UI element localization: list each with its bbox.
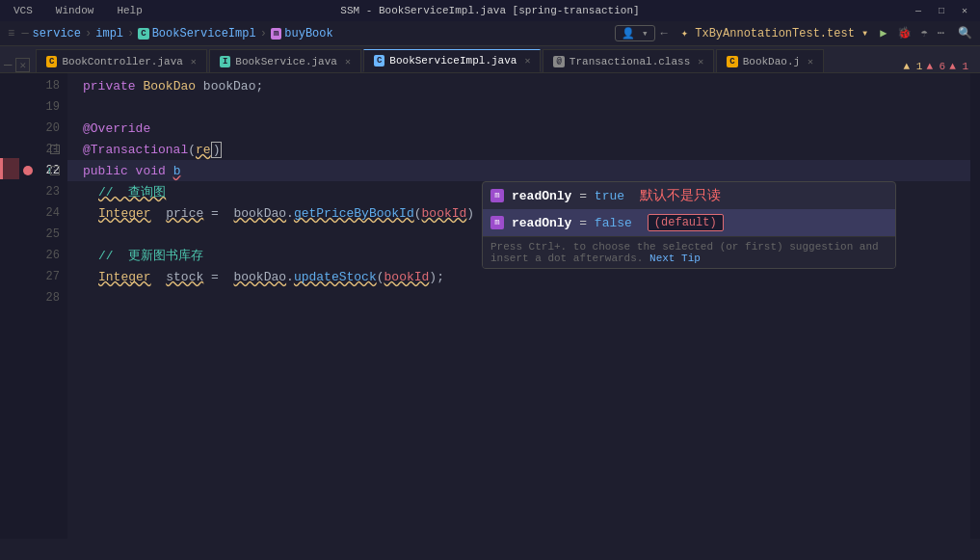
tab-close-bookdao[interactable]: ✕ — [808, 56, 813, 67]
tab-label-transactional: Transactional.class — [569, 56, 690, 67]
line-num-25: 25 — [19, 224, 67, 245]
menu-window[interactable]: Window — [50, 3, 100, 18]
warning-badges: ▲ 1 ▲ 6 ▲ 1 — [904, 61, 976, 72]
code-line-18: private BookDao bookDao; — [67, 75, 970, 96]
code-line-27: Integer stock = bookDao.updateStock(book… — [67, 266, 970, 287]
error-badge-1: ▲ 6 — [926, 61, 945, 72]
tab-close-bookserviceimpl[interactable]: ✕ — [524, 55, 530, 67]
autocomplete-popup[interactable]: m readOnly = true 默认不是只读 m readOnly = fa… — [482, 181, 896, 269]
ac-icon-1: m — [490, 189, 504, 202]
ac-item-readonly-false[interactable]: m readOnly = false (default) — [483, 209, 895, 236]
toolbar-icons: 👤 ▾ ← ✦ TxByAnnotationTest.test ▾ ▶ 🐞 ☂ … — [615, 25, 972, 41]
fold-icon-22[interactable]: - — [50, 166, 60, 175]
minimize-button[interactable]: — — [911, 3, 926, 18]
back-icon[interactable]: ← — [661, 27, 668, 40]
ac-hint-default: (default) — [648, 214, 724, 231]
warning-badge-1: ▲ 1 — [904, 61, 923, 72]
line-num-22: ↑ 22 - — [19, 160, 67, 181]
error-badge-2: ▲ 1 — [949, 61, 968, 72]
line-num-18: 18 — [19, 75, 67, 96]
ac-item-readonly-true[interactable]: m readOnly = true 默认不是只读 — [483, 182, 895, 209]
title-bar: VCS Window Help SSM - BookServiceImpl.ja… — [0, 0, 980, 21]
menu-bar-group: VCS Window Help — [8, 3, 148, 18]
tab-bookcontroller[interactable]: C BookController.java ✕ — [36, 49, 207, 72]
ac-icon-2: m — [490, 216, 504, 229]
editor-area: 18 19 20 21 - ↑ 22 - 23 24 25 26 27 28 — [0, 73, 980, 539]
tab-collapse-icon[interactable]: — — [4, 57, 12, 72]
coverage-icon[interactable]: ☂ — [921, 26, 928, 40]
tab-label-bookcontroller: BookController.java — [62, 56, 182, 67]
tab-bookdao[interactable]: C BookDao.j ✕ — [716, 49, 824, 72]
line-num-20: 20 — [19, 118, 67, 139]
ac-footer: Press Ctrl+. to choose the selected (or … — [483, 236, 895, 268]
tab-label-bookserviceimpl: BookServiceImpl.java — [389, 55, 516, 67]
breadcrumb-service[interactable]: service — [33, 27, 81, 40]
code-line-28 — [67, 287, 970, 308]
window-controls: — □ ✕ — [911, 3, 972, 18]
code-line-19 — [67, 96, 970, 118]
tab-icon-transactional: @ — [553, 56, 564, 67]
run-icon[interactable]: ▶ — [880, 26, 887, 40]
menu-help[interactable]: Help — [111, 3, 147, 18]
tab-transactional[interactable]: @ Transactional.class ✕ — [543, 49, 714, 72]
maximize-button[interactable]: □ — [934, 3, 949, 18]
close-button[interactable]: ✕ — [957, 3, 972, 18]
tab-icon-bookservice: I — [220, 56, 230, 67]
tab-icon-bookdao: C — [727, 56, 737, 67]
window-title: SSM - BookServiceImpl.java [spring-trans… — [340, 5, 639, 16]
code-line-20: @Override — [67, 118, 970, 139]
debug-icon[interactable]: 🐞 — [897, 26, 912, 40]
test-runner[interactable]: ✦ TxByAnnotationTest.test ▾ — [681, 26, 868, 40]
line-num-26: 26 — [19, 245, 67, 266]
tab-close-all[interactable]: ✕ — [15, 58, 30, 72]
tab-close-transactional[interactable]: ✕ — [698, 56, 703, 67]
tab-close-bookservice[interactable]: ✕ — [345, 56, 351, 67]
line-num-24: 24 — [19, 202, 67, 224]
breadcrumb-bar: ≡ — service › impl › C BookServiceImpl ›… — [0, 21, 980, 46]
line-num-28: 28 — [19, 287, 67, 308]
tab-label-bookservice: BookService.java — [235, 56, 337, 67]
breadcrumb-impl[interactable]: impl — [95, 27, 123, 40]
tabs-bar: — ✕ C BookController.java ✕ I BookServic… — [0, 46, 980, 73]
code-area[interactable]: private BookDao bookDao; @Override @Tran… — [67, 73, 970, 539]
method-icon: m — [271, 28, 281, 40]
fold-icon[interactable]: - — [50, 145, 60, 154]
tab-bookservice[interactable]: I BookService.java ✕ — [209, 49, 361, 72]
line-num-23: 23 — [19, 181, 67, 202]
ac-chinese-hint: 默认不是只读 — [640, 187, 721, 204]
class-icon: C — [138, 28, 148, 40]
menu-vcs[interactable]: VCS — [8, 3, 39, 18]
more-icon[interactable]: ⋯ — [938, 26, 944, 40]
ac-text-1: readOnly = true — [512, 189, 624, 203]
tab-label-bookdao: BookDao.j — [743, 56, 800, 67]
breadcrumb-method[interactable]: buyBook — [284, 27, 332, 40]
line-num-19: 19 — [19, 96, 67, 118]
line-num-27: 27 — [19, 266, 67, 287]
line-numbers: 18 19 20 21 - ↑ 22 - 23 24 25 26 27 28 — [19, 73, 67, 539]
tab-icon-bookcontroller: C — [46, 56, 57, 67]
tab-close-bookcontroller[interactable]: ✕ — [191, 56, 197, 67]
tab-bookserviceimpl[interactable]: C BookServiceImpl.java ✕ — [363, 49, 541, 72]
search-icon[interactable]: 🔍 — [958, 26, 972, 40]
ac-text-2: readOnly = false — [512, 216, 632, 230]
code-line-21: @Transactional(re) — [67, 139, 970, 160]
line-num-21: 21 - — [19, 139, 67, 160]
left-margin — [0, 73, 19, 539]
tab-icon-bookserviceimpl: C — [374, 55, 384, 67]
vertical-scrollbar[interactable] — [970, 73, 980, 539]
code-line-22: public void b — [67, 160, 970, 181]
breadcrumb-class[interactable]: BookServiceImpl — [152, 27, 256, 40]
ac-next-tip[interactable]: Next Tip — [649, 253, 701, 264]
breakpoint-marker[interactable] — [23, 166, 33, 175]
user-icon[interactable]: 👤 ▾ — [615, 25, 654, 41]
